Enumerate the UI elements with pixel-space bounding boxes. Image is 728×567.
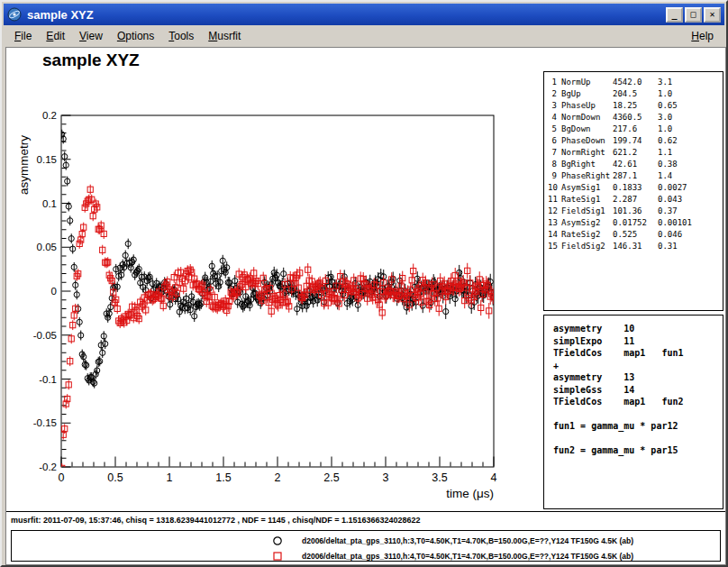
param-value: 18.25 <box>613 100 658 112</box>
param-error: 1.0 <box>658 123 719 135</box>
asymmetry-plot[interactable]: -0.2-0.15-0.1-0.0500.050.10.150.200.511.… <box>6 48 515 509</box>
param-no: 15 <box>548 241 561 252</box>
param-name: BgDown <box>561 123 613 135</box>
x-tick-label: 1 <box>167 471 173 484</box>
param-no: 7 <box>548 147 561 159</box>
param-name: FieldSig1 <box>561 206 613 217</box>
param-error: 3.0 <box>658 112 719 123</box>
param-value: 204.5 <box>613 88 658 100</box>
param-error: 0.00101 <box>658 217 719 229</box>
param-no: 6 <box>548 135 561 147</box>
param-error: 3.1 <box>658 77 719 88</box>
param-error: 0.31 <box>658 241 719 252</box>
param-name: AsymSig2 <box>561 217 613 229</box>
param-error: 0.62 <box>658 135 719 147</box>
param-value: 621.2 <box>613 147 658 159</box>
param-no: 11 <box>548 194 561 206</box>
square-marker-icon <box>271 550 284 562</box>
parameter-row: 10AsymSig10.18330.0027 <box>548 182 719 194</box>
param-error: 0.043 <box>658 194 719 206</box>
data-series-square <box>59 185 496 473</box>
window-title: sample XYZ <box>27 8 660 22</box>
parameter-row: 11RateSig12.2870.043 <box>548 194 719 206</box>
x-tick-label: 3.5 <box>432 471 447 484</box>
param-no: 12 <box>548 206 561 217</box>
minimize-button[interactable]: _ <box>666 7 683 23</box>
y-tick-label: 0.05 <box>37 242 57 252</box>
y-tick-label: -0.05 <box>33 330 57 341</box>
application-window: sample XYZ _□✕ FileEditViewOptionsToolsM… <box>0 0 728 567</box>
legend-box: d2006/deltat_pta_gps_3110,h:3,T0=4.50K,T… <box>11 530 721 562</box>
param-value: 0.1833 <box>613 182 658 194</box>
param-value: 146.31 <box>613 241 658 252</box>
param-value: 217.6 <box>613 123 658 135</box>
param-no: 1 <box>548 77 561 88</box>
x-axis-title: time (μs) <box>446 487 494 500</box>
param-no: 9 <box>548 170 561 182</box>
legend-row: d2006/deltat_pta_gps_3110,h:3,T0=4.50K,T… <box>12 533 720 548</box>
legend-label: d2006/deltat_pta_gps_3110,h:3,T0=4.50K,T… <box>302 536 633 545</box>
param-name: PhaseRight <box>561 170 613 182</box>
param-error: 1.0 <box>658 88 719 100</box>
y-tick-label: 0.1 <box>42 198 57 209</box>
parameter-row: 12FieldSig1101.360.37 <box>548 206 719 217</box>
param-error: 0.046 <box>658 229 719 241</box>
param-value: 4360.5 <box>613 112 658 123</box>
y-tick-label: -0.15 <box>33 417 57 428</box>
param-no: 3 <box>548 100 561 112</box>
y-tick-label: -0.1 <box>39 374 57 385</box>
title-bar[interactable]: sample XYZ _□✕ <box>4 4 724 25</box>
menu-edit[interactable]: Edit <box>39 28 72 44</box>
data-series-circle <box>59 130 496 389</box>
parameter-row: 14RateSig20.5250.046 <box>548 229 719 241</box>
parameter-row: 3PhaseUp18.250.65 <box>548 100 719 112</box>
parameter-row: 5BgDown217.61.0 <box>548 123 719 135</box>
param-no: 13 <box>548 217 561 229</box>
y-tick-label: 0.2 <box>42 110 57 121</box>
param-name: BgUp <box>561 88 613 100</box>
x-tick-label: 0.5 <box>107 471 123 484</box>
x-tick-label: 0 <box>59 471 65 484</box>
menu-musrfit[interactable]: Musrfit <box>201 28 248 44</box>
param-name: RateSig2 <box>561 229 613 241</box>
menu-tools[interactable]: Tools <box>161 28 201 44</box>
y-tick-label: 0 <box>51 286 57 297</box>
param-value: 287.1 <box>613 170 658 182</box>
param-no: 14 <box>548 229 561 241</box>
parameter-row: 2BgUp204.51.0 <box>548 88 719 100</box>
menu-file[interactable]: File <box>7 28 39 44</box>
root-canvas: -0.2-0.15-0.1-0.0500.050.10.150.200.511.… <box>5 47 726 565</box>
param-error: 0.38 <box>658 159 719 170</box>
parameter-row: 15FieldSig2146.310.31 <box>548 241 719 252</box>
parameter-box: 1NormUp4542.03.12BgUp204.51.03PhaseUp18.… <box>543 71 723 311</box>
param-value: 0.01752 <box>613 217 658 229</box>
menu-help[interactable]: Help <box>684 28 721 44</box>
circle-marker-icon <box>271 535 284 547</box>
maximize-button[interactable]: □ <box>685 7 702 23</box>
menu-options[interactable]: Options <box>110 28 161 44</box>
parameter-row: 13AsymSig20.017520.00101 <box>548 217 719 229</box>
param-error: 1.1 <box>658 147 719 159</box>
parameter-row: 4NormDown4360.53.0 <box>548 112 719 123</box>
plot-title: sample XYZ <box>42 50 140 70</box>
param-value: 2.287 <box>613 194 658 206</box>
parameter-row: 7NormRight621.21.1 <box>548 147 719 159</box>
x-tick-label: 4 <box>491 471 497 484</box>
fit-status-line: musrfit: 2011-07-09, 15:37:46, chisq = 1… <box>11 516 421 525</box>
param-error: 0.65 <box>658 100 719 112</box>
param-error: 1.4 <box>658 170 719 182</box>
menu-view[interactable]: View <box>72 28 110 44</box>
param-name: NormDown <box>561 112 613 123</box>
param-value: 0.525 <box>613 229 658 241</box>
param-value: 101.36 <box>613 206 658 217</box>
param-name: PhaseUp <box>561 100 613 112</box>
x-tick-label: 1.5 <box>215 471 231 484</box>
parameter-row: 8BgRight42.610.38 <box>548 159 719 170</box>
app-icon <box>7 7 22 22</box>
close-button[interactable]: ✕ <box>704 7 721 23</box>
y-tick-label: 0.15 <box>37 154 57 165</box>
x-tick-label: 3 <box>383 471 389 484</box>
param-no: 8 <box>548 159 561 170</box>
param-no: 5 <box>548 123 561 135</box>
theory-box: asymmetry 10 simplExpo 11 TFieldCos map1… <box>543 315 723 509</box>
